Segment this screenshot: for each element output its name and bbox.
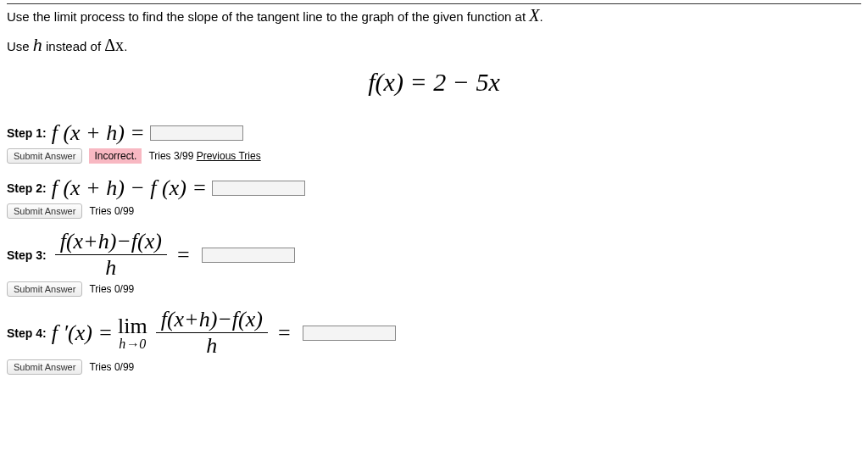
limit-notation: lim h→0 (118, 315, 147, 351)
tries-text: Tries 3/99 (148, 150, 193, 162)
fraction: f(x+h)−f(x) h (156, 309, 268, 357)
step-1-row: Step 1: f (x + h) = (7, 120, 861, 146)
step-4-input[interactable] (303, 326, 396, 341)
equals-sign: = (177, 242, 190, 268)
fraction-denominator: h (105, 255, 116, 279)
step-3-input[interactable] (202, 248, 295, 263)
equals-sign: = (278, 320, 291, 346)
submit-button[interactable]: Submit Answer (7, 148, 82, 164)
fraction-numerator: f(x+h)−f(x) (55, 231, 167, 255)
step-4-expression: f ′(x) = lim h→0 f(x+h)−f(x) h = (52, 309, 298, 357)
main-equation: f(x) = 2 − 5x (7, 68, 861, 97)
instruction-text: Use the limit process to find the slope … (7, 6, 861, 25)
step-1-input[interactable] (150, 125, 243, 141)
sub-instruction-mid: instead of (46, 39, 101, 53)
step-1-label: Step 1: (7, 126, 47, 140)
fraction-denominator: h (206, 333, 217, 357)
step-4-label: Step 4: (7, 326, 47, 340)
incorrect-badge: Incorrect. (89, 148, 142, 164)
instruction-main: Use the limit process to find the slope … (7, 9, 526, 24)
step-3-label: Step 3: (7, 248, 47, 262)
step-2-row: Step 2: f (x + h) − f (x) = (7, 175, 861, 201)
step-1-submit-row: Submit Answer Incorrect. Tries 3/99 Prev… (7, 148, 861, 164)
step-4-row: Step 4: f ′(x) = lim h→0 f(x+h)−f(x) h = (7, 309, 861, 357)
limit-bottom: h→0 (119, 337, 146, 351)
step-3-submit-row: Submit Answer Tries 0/99 (7, 281, 861, 297)
step-2-submit-row: Submit Answer Tries 0/99 (7, 203, 861, 219)
sub-instruction-h: h (33, 34, 42, 55)
sub-instruction: Use h instead of Δx. (7, 34, 861, 56)
step-3-tries: Tries 0/99 (89, 283, 134, 295)
fraction: f(x+h)−f(x) h (55, 231, 167, 279)
submit-button[interactable]: Submit Answer (7, 359, 82, 375)
step-2-expression: f (x + h) − f (x) = (52, 175, 207, 201)
step-4-lhs: f ′(x) = (52, 320, 113, 346)
step-1-expression: f (x + h) = (52, 120, 145, 146)
step-1-tries: Tries 3/99 Previous Tries (148, 150, 260, 162)
step-4-submit-row: Submit Answer Tries 0/99 (7, 359, 861, 375)
instruction-var: X (529, 6, 539, 25)
step-4-tries: Tries 0/99 (89, 361, 134, 373)
sub-instruction-dx: Δx (104, 36, 124, 54)
submit-button[interactable]: Submit Answer (7, 203, 82, 219)
sub-instruction-pre: Use (7, 39, 30, 53)
previous-tries-link[interactable]: Previous Tries (197, 150, 261, 162)
limit-top: lim (118, 315, 147, 337)
step-3-expression: f(x+h)−f(x) h = (52, 231, 197, 279)
submit-button[interactable]: Submit Answer (7, 281, 82, 297)
fraction-numerator: f(x+h)−f(x) (156, 309, 268, 333)
step-3-row: Step 3: f(x+h)−f(x) h = (7, 231, 861, 279)
step-2-tries: Tries 0/99 (89, 205, 134, 217)
top-rule (7, 3, 861, 4)
step-2-input[interactable] (212, 181, 305, 196)
step-2-label: Step 2: (7, 181, 47, 195)
